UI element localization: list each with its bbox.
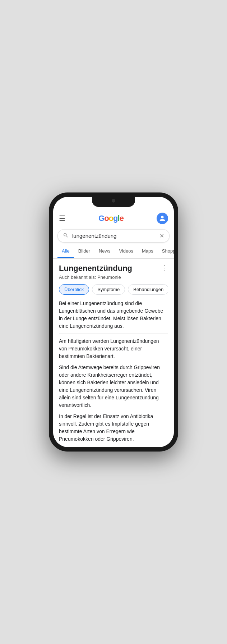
tab-bilder[interactable]: Bilder — [74, 245, 94, 258]
kp-para-5: Eine Lungenentzündung lässt sich meist a… — [59, 446, 168, 447]
phone-frame: ☰ Google lungenentzündung ✕ — [49, 192, 178, 452]
knowledge-panel: Lungenentzündung ⋮ Auch bekannt als: Pne… — [53, 259, 174, 447]
search-icon — [63, 232, 69, 239]
google-logo: Google — [98, 214, 124, 223]
search-clear-button[interactable]: ✕ — [159, 232, 164, 239]
kp-subtitle: Auch bekannt als: Pneumonie — [59, 275, 168, 280]
tab-shopping[interactable]: Shopping — [158, 245, 174, 258]
kp-divider — [59, 334, 168, 334]
kp-title: Lungenentzündung — [59, 264, 132, 273]
kp-para-4: In der Regel ist der Einsatz von Antibio… — [59, 413, 168, 443]
nav-tabs: Alle Bilder News Videos Maps Shopping — [53, 245, 174, 259]
chip-symptome[interactable]: Symptome — [92, 284, 125, 295]
tab-maps[interactable]: Maps — [138, 245, 158, 258]
screen-content: ☰ Google lungenentzündung ✕ — [53, 197, 174, 447]
chips-row: Überblick Symptome Behandlungen — [59, 284, 168, 295]
kp-para-2: Am häufigsten werden Lungenentzündungen … — [59, 337, 168, 360]
chip-uberblick[interactable]: Überblick — [59, 284, 89, 295]
menu-button[interactable]: ☰ — [59, 214, 65, 223]
phone-camera — [112, 199, 115, 203]
phone-screen: ☰ Google lungenentzündung ✕ — [53, 197, 174, 447]
header: ☰ Google — [53, 210, 174, 227]
tab-news[interactable]: News — [94, 245, 115, 258]
tab-videos[interactable]: Videos — [115, 245, 138, 258]
kp-more-button[interactable]: ⋮ — [162, 264, 168, 272]
kp-para-3: Sind die Atemwege bereits durch Grippevi… — [59, 364, 168, 409]
search-bar[interactable]: lungenentzündung ✕ — [57, 229, 170, 242]
search-query[interactable]: lungenentzündung — [72, 233, 159, 239]
tab-alle[interactable]: Alle — [57, 245, 74, 258]
kp-para-1: Bei einer Lungenentzündung sind die Lung… — [59, 300, 168, 330]
kp-header: Lungenentzündung ⋮ — [59, 264, 168, 273]
user-avatar[interactable] — [157, 213, 168, 224]
chip-behandlungen[interactable]: Behandlungen — [128, 284, 168, 295]
